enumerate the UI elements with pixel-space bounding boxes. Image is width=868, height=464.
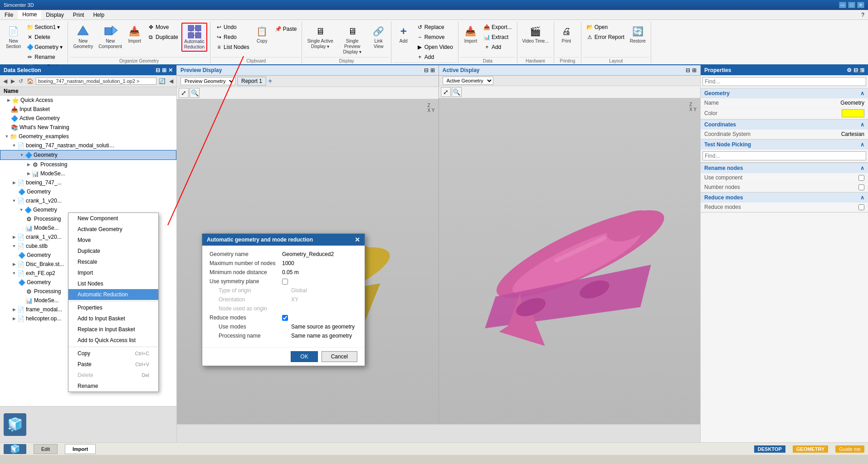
ctx-add-input-basket[interactable]: Add to Input Basket [68, 313, 158, 324]
geometry-dropdown-btn[interactable]: 🔷 Geometry ▾ [24, 43, 65, 52]
ctx-copy[interactable]: Copy Ctrl+C [68, 348, 158, 359]
maximize-btn[interactable]: □ [848, 2, 855, 8]
minimize-btn[interactable]: — [839, 2, 846, 8]
duplicate-btn[interactable]: ⧉ Duplicate [145, 33, 180, 42]
props-reduce-modes-checkbox[interactable] [858, 204, 864, 210]
ctx-replace-input-basket[interactable]: Replace in Input Basket [68, 324, 158, 335]
add-report-btn[interactable]: + [268, 77, 272, 85]
props-geometry-header[interactable]: Geometry ∧ [701, 88, 868, 98]
new-geometry-btn[interactable]: NewGeometry [71, 23, 95, 51]
frame-modal-toggle[interactable]: ▶ [11, 306, 17, 313]
quick-access-item[interactable]: ▶ ⭐ Quick Access [0, 96, 176, 105]
cube-stlb-toggle[interactable]: ▼ [11, 243, 17, 249]
ctx-move[interactable]: Move [68, 235, 158, 246]
processing-1-item[interactable]: ▶ ⚙ Processing [0, 160, 176, 169]
data-add-btn[interactable]: + Add [481, 43, 514, 52]
ctx-rescale[interactable]: Rescale [68, 256, 158, 267]
status-tab-edit[interactable]: Edit [34, 444, 58, 454]
preview-zoom-btn[interactable]: 🔍 [190, 88, 200, 98]
sidebar-float-btn[interactable]: ⊞ [162, 67, 166, 73]
geometry-2-item[interactable]: 🔷 Geometry [0, 187, 176, 196]
props-coordinates-header[interactable]: Coordinates ∧ [701, 120, 868, 130]
processing-1-toggle[interactable]: ▶ [25, 161, 32, 168]
props-test-node-header[interactable]: Test Node Picking ∧ [701, 140, 868, 150]
input-basket-item[interactable]: 📥 Input Basket [0, 105, 176, 114]
modese-1-toggle[interactable]: ▶ [25, 170, 32, 177]
boeing-747-item[interactable]: ▼ 📄 boeing_747_nastran_modal_solution_1 [0, 141, 176, 150]
ctx-rename[interactable]: Rename [68, 381, 158, 392]
report-1-tab[interactable]: Report 1 [237, 77, 266, 86]
sidebar-split-btn[interactable]: ⊟ [156, 67, 160, 73]
single-active-display-btn[interactable]: 🖥 Single ActiveDisplay ▾ [305, 23, 335, 51]
import-btn[interactable]: 📥 Import [125, 23, 144, 45]
preview-geometry-select[interactable]: Preview Geometry [180, 77, 235, 85]
geometry-selected-item[interactable]: ▼ 🔷 Geometry [0, 150, 176, 160]
dialog-ok-btn[interactable]: OK [291, 351, 317, 362]
remove-btn[interactable]: − Remove [414, 33, 455, 42]
preview-fit-btn[interactable]: ⤢ [179, 88, 189, 98]
crank-1-item[interactable]: ▼ 📄 crank_1_v20... [0, 196, 176, 205]
props-color-swatch[interactable] [842, 109, 864, 117]
props-gear-btn[interactable]: ⚙ [857, 68, 863, 75]
list-nodes-btn[interactable]: ≡ List Nodes [213, 43, 252, 52]
props-use-component-checkbox[interactable] [858, 175, 864, 181]
redo-btn[interactable]: ↪ Redo [213, 33, 252, 42]
ctx-duplicate[interactable]: Duplicate [68, 246, 158, 256]
section1-btn[interactable]: 📁 Section1 ▾ [24, 23, 65, 32]
close-btn[interactable]: ✕ [857, 2, 864, 8]
ctx-delete[interactable]: Delete Del [68, 370, 158, 381]
automatic-reduction-dialog[interactable]: Automatic geometry and mode reduction ✕ … [202, 233, 365, 366]
undo-btn[interactable]: ↩ Undo [213, 23, 252, 32]
extract-btn[interactable]: 📊 Extract [481, 33, 514, 42]
props-reduce-modes-collapse[interactable]: ∧ [860, 194, 864, 201]
ctx-list-nodes[interactable]: List Nodes [68, 278, 158, 289]
preview-pin-btn[interactable]: ⊟ [424, 67, 429, 73]
props-coordinates-collapse[interactable]: ∧ [860, 121, 864, 128]
props-test-node-input[interactable] [702, 151, 866, 160]
props-rename-nodes-header[interactable]: Rename nodes ∧ [701, 163, 868, 173]
video-time-btn[interactable]: 🎬 Video Time... [520, 23, 551, 45]
preview-float-btn[interactable]: ⊞ [430, 67, 435, 73]
ctx-activate-geometry[interactable]: Activate Geometry [68, 224, 158, 235]
add-basket-btn[interactable]: + Add [394, 23, 413, 45]
ctx-paste[interactable]: Paste Ctrl+V [68, 359, 158, 370]
new-component-btn[interactable]: NewComponent [96, 23, 124, 51]
crank-geometry-toggle[interactable]: ▼ [18, 207, 24, 213]
ctx-import[interactable]: Import [68, 267, 158, 278]
nav-back-btn[interactable]: ◀ [2, 77, 9, 85]
nav-reload-btn[interactable]: 🔄 [157, 77, 167, 85]
nav-collapse-btn[interactable]: ◀ [168, 77, 175, 85]
dialog-cancel-btn[interactable]: Cancel [322, 351, 357, 362]
boeing-747-2-toggle[interactable]: ▶ [11, 179, 17, 186]
crank-1-toggle[interactable]: ▼ [11, 198, 17, 204]
3d-view-thumb[interactable]: 🧊 [4, 413, 26, 436]
paste-btn[interactable]: 📌 Paste [273, 24, 299, 34]
props-number-nodes-checkbox[interactable] [858, 184, 864, 190]
menu-home[interactable]: Home [18, 10, 41, 19]
active-pin-btn[interactable]: ⊟ [686, 67, 690, 73]
props-geometry-collapse[interactable]: ∧ [860, 90, 864, 97]
dialog-symmetry-checkbox[interactable] [282, 279, 288, 285]
geometry-examples-toggle[interactable]: ▼ [4, 133, 10, 140]
nav-refresh-btn[interactable]: ↺ [17, 77, 24, 85]
boeing-747-toggle[interactable]: ▼ [11, 142, 17, 149]
add-small-btn[interactable]: + Add [414, 53, 455, 62]
whats-new-item[interactable]: 📚 What's New Training [0, 123, 176, 132]
guide-me-btn[interactable]: Guide me [835, 445, 864, 453]
quick-access-toggle[interactable]: ▶ [5, 97, 12, 103]
error-report-btn[interactable]: ⚠ Error Report [584, 33, 627, 42]
copy-btn[interactable]: 📋 Copy [253, 23, 272, 45]
print-btn[interactable]: 🖨 Print [557, 23, 576, 45]
dialog-reduce-modes-checkbox[interactable] [282, 315, 288, 321]
modese-1-item[interactable]: ▶ 📊 ModeSe... [0, 169, 176, 178]
menu-print[interactable]: Print [68, 11, 89, 19]
props-test-node-collapse[interactable]: ∧ [860, 141, 864, 148]
active-fit-btn[interactable]: ⤢ [441, 87, 451, 97]
disc-brake-toggle[interactable]: ▶ [11, 261, 17, 267]
help-icon[interactable]: ? [861, 12, 868, 18]
nav-path[interactable]: boeing_747_nastran_modal_solution_1.op2 … [36, 77, 156, 85]
geometry-examples-item[interactable]: ▼ 📁 Geometry_examples [0, 132, 176, 141]
export-btn[interactable]: 📤 Export... [481, 23, 514, 32]
nav-home-btn[interactable]: 🏠 [25, 77, 35, 85]
active-geometry-item[interactable]: 🔷 Active Geometry [0, 114, 176, 123]
